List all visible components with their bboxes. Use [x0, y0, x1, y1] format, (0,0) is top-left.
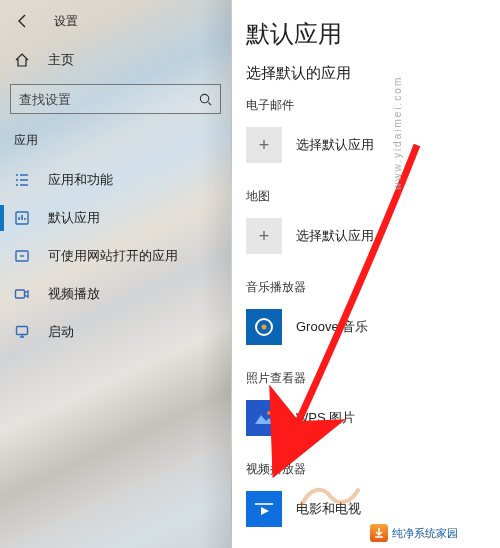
defaults-icon [14, 210, 30, 226]
settings-title: 设置 [54, 13, 78, 30]
home-link[interactable]: 主页 [0, 42, 231, 78]
plus-icon: + [246, 127, 282, 163]
app-label: Groove 音乐 [296, 318, 368, 336]
search-box[interactable] [10, 84, 221, 114]
page-title: 默认应用 [246, 18, 500, 50]
movies-tv-icon [246, 491, 282, 527]
svg-point-6 [262, 325, 267, 330]
sidebar-item-startup[interactable]: 启动 [0, 313, 231, 351]
home-icon [14, 52, 30, 68]
app-label: 选择默认应用 [296, 227, 374, 245]
main-panel: 默认应用 选择默认的应用 电子邮件 + 选择默认应用 地图 + 选择默认应用 音… [232, 0, 500, 548]
sidebar-header: 设置 [0, 0, 231, 42]
svg-rect-4 [17, 327, 28, 335]
category-label: 照片查看器 [246, 370, 500, 387]
sidebar-item-default-apps[interactable]: 默认应用 [0, 199, 231, 237]
sidebar-item-apps-for-websites[interactable]: 可使用网站打开的应用 [0, 237, 231, 275]
sidebar-item-video-playback[interactable]: 视频播放 [0, 275, 231, 313]
groove-icon [246, 309, 282, 345]
choose-default-maps[interactable]: + 选择默认应用 [246, 215, 500, 257]
website-apps-icon [14, 248, 30, 264]
choose-default-email[interactable]: + 选择默认应用 [246, 124, 500, 166]
sidebar-item-label: 可使用网站打开的应用 [48, 247, 178, 265]
svg-rect-8 [255, 503, 273, 505]
arrow-left-icon [15, 13, 31, 29]
choose-default-photos[interactable]: WPS 图片 [246, 397, 500, 439]
category-label: 视频播放器 [246, 461, 500, 478]
home-label: 主页 [48, 51, 74, 69]
sidebar-item-apps-features[interactable]: 应用和功能 [0, 161, 231, 199]
svg-rect-3 [16, 290, 25, 298]
category-label: 音乐播放器 [246, 279, 500, 296]
app-label: 电影和电视 [296, 500, 361, 518]
search-input[interactable] [19, 92, 196, 107]
wps-photo-icon [246, 400, 282, 436]
category-label: 电子邮件 [246, 97, 500, 114]
search-icon [196, 90, 214, 108]
sidebar-item-label: 视频播放 [48, 285, 100, 303]
category-maps: 地图 + 选择默认应用 [246, 188, 500, 257]
category-music: 音乐播放器 Groove 音乐 [246, 279, 500, 348]
category-email: 电子邮件 + 选择默认应用 [246, 97, 500, 166]
app-label: 选择默认应用 [296, 136, 374, 154]
section-label: 应用 [0, 128, 231, 153]
sidebar-item-label: 默认应用 [48, 209, 100, 227]
app-label: WPS 图片 [296, 409, 355, 427]
category-video: 视频播放器 电影和电视 [246, 461, 500, 530]
startup-icon [14, 324, 30, 340]
back-button[interactable] [10, 8, 36, 34]
category-label: 地图 [246, 188, 500, 205]
section-subtitle: 选择默认的应用 [246, 64, 500, 83]
sidebar-item-label: 应用和功能 [48, 171, 113, 189]
svg-point-7 [267, 411, 271, 415]
choose-default-video[interactable]: 电影和电视 [246, 488, 500, 530]
plus-icon: + [246, 218, 282, 254]
svg-point-0 [200, 94, 208, 102]
sidebar-item-label: 启动 [48, 323, 74, 341]
video-icon [14, 286, 30, 302]
choose-default-music[interactable]: Groove 音乐 [246, 306, 500, 348]
sidebar: 设置 主页 应用 应用和功能 默认应用 可使用网站打开的应用 [0, 0, 232, 548]
category-photos: 照片查看器 WPS 图片 [246, 370, 500, 439]
list-icon [14, 172, 30, 188]
